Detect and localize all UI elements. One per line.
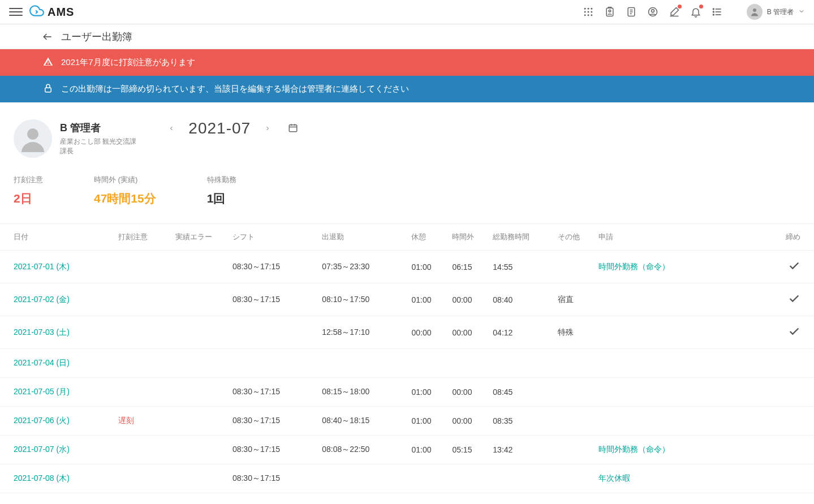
cell-date[interactable]: 2021-07-03 (土) bbox=[14, 328, 70, 337]
svg-point-21 bbox=[713, 8, 714, 10]
svg-point-6 bbox=[584, 14, 585, 16]
cell-shift: 08:30～17:15 bbox=[232, 416, 280, 425]
stat-value: 1回 bbox=[207, 191, 236, 206]
profile-block: B 管理者 産業おこし部 観光交流課 課長 bbox=[14, 119, 136, 158]
alert-warning-text: 2021年7月度に打刻注意があります bbox=[61, 57, 195, 68]
cell-date[interactable]: 2021-07-04 (日) bbox=[14, 358, 70, 367]
col-error: 実績エラー bbox=[171, 224, 228, 251]
svg-point-7 bbox=[587, 14, 589, 16]
page-header: ユーザー出勤簿 bbox=[0, 24, 814, 49]
stat-value: 47時間15分 bbox=[94, 191, 156, 206]
user-menu[interactable]: B 管理者 bbox=[747, 4, 805, 20]
svg-point-0 bbox=[584, 8, 585, 10]
stat-special: 特殊勤務 1回 bbox=[207, 175, 236, 206]
cell-total: 08:40 bbox=[493, 295, 512, 304]
table-row: 2021-07-05 (月)08:30～17:1508:15～18:0001:0… bbox=[0, 378, 814, 407]
user-chip-name: B 管理者 bbox=[767, 7, 794, 17]
profile-dept-line2: 課長 bbox=[60, 147, 136, 156]
cell-inout: 07:35～23:30 bbox=[322, 262, 369, 271]
cell-inout: 08:10～17:50 bbox=[322, 295, 369, 304]
cell-inout: 08:40～18:15 bbox=[322, 416, 369, 425]
col-attention: 打刻注意 bbox=[114, 224, 171, 251]
cell-break: 01:00 bbox=[411, 416, 431, 425]
calendar-icon[interactable] bbox=[288, 123, 298, 135]
cell-application[interactable]: 年次休暇 bbox=[598, 473, 630, 483]
cell-break: 01:00 bbox=[411, 262, 431, 272]
cell-date[interactable]: 2021-07-05 (月) bbox=[14, 387, 70, 396]
month-selector: 2021-07 bbox=[165, 119, 298, 137]
cell-shift: 08:30～17:15 bbox=[232, 295, 280, 304]
profile-name: B 管理者 bbox=[60, 121, 136, 135]
col-date: 日付 bbox=[0, 224, 114, 251]
cell-date[interactable]: 2021-07-02 (金) bbox=[14, 295, 70, 304]
col-shift: シフト bbox=[228, 224, 317, 251]
svg-point-8 bbox=[591, 14, 592, 16]
table-row: 2021-07-02 (金)08:30～17:1508:10～17:5001:0… bbox=[0, 283, 814, 316]
badge-id-icon[interactable] bbox=[604, 6, 615, 18]
back-arrow-icon[interactable] bbox=[42, 31, 53, 42]
cell-application[interactable]: 時間外勤務（命令） bbox=[598, 262, 670, 271]
cell-inout: 08:15～18:00 bbox=[322, 387, 369, 396]
user-circle-icon[interactable] bbox=[647, 6, 658, 18]
stats-row: 打刻注意 2日 時間外 (実績) 47時間15分 特殊勤務 1回 bbox=[0, 169, 814, 223]
cell-date[interactable]: 2021-07-08 (木) bbox=[14, 473, 70, 483]
table-row: 2021-07-01 (木)08:30～17:1507:35～23:3001:0… bbox=[0, 251, 814, 283]
col-application: 申請 bbox=[594, 224, 740, 251]
chevron-down-icon bbox=[798, 7, 805, 16]
table-row: 2021-07-03 (土)12:58～17:1000:0000:0004:12… bbox=[0, 316, 814, 349]
cell-overtime: 05:15 bbox=[452, 445, 472, 454]
month-next-button[interactable] bbox=[261, 122, 274, 135]
stat-label: 特殊勤務 bbox=[207, 175, 236, 185]
document-icon[interactable] bbox=[626, 6, 637, 18]
month-label: 2021-07 bbox=[188, 119, 251, 137]
col-total: 総勤務時間 bbox=[488, 224, 553, 251]
apps-grid-icon[interactable] bbox=[583, 6, 594, 18]
list-icon[interactable] bbox=[712, 6, 723, 18]
month-prev-button[interactable] bbox=[165, 122, 178, 135]
cell-shift: 08:30～17:15 bbox=[232, 262, 280, 271]
col-break: 休憩 bbox=[407, 224, 447, 251]
cell-total: 14:55 bbox=[493, 262, 512, 272]
svg-point-10 bbox=[609, 10, 611, 12]
check-icon bbox=[788, 325, 800, 338]
svg-point-4 bbox=[587, 11, 589, 13]
svg-point-27 bbox=[27, 128, 38, 140]
cell-shift: 08:30～17:15 bbox=[232, 387, 280, 396]
stat-overtime: 時間外 (実績) 47時間15分 bbox=[94, 175, 156, 206]
cloud-icon bbox=[29, 3, 44, 21]
topbar-left: AMS bbox=[9, 3, 74, 21]
table-header-row: 日付 打刻注意 実績エラー シフト 出退勤 休憩 時間外 総勤務時間 その他 申… bbox=[0, 224, 814, 251]
bell-icon[interactable] bbox=[690, 6, 701, 18]
cell-application[interactable]: 時間外勤務（命令） bbox=[598, 445, 670, 454]
svg-point-23 bbox=[713, 14, 714, 15]
brand-logo[interactable]: AMS bbox=[29, 3, 74, 21]
svg-point-1 bbox=[587, 8, 589, 10]
table-row: 2021-07-04 (日) bbox=[0, 349, 814, 378]
brand-name: AMS bbox=[48, 6, 74, 19]
profile-dept-line1: 産業おこし部 観光交流課 bbox=[60, 137, 136, 147]
cell-date[interactable]: 2021-07-06 (火) bbox=[14, 416, 70, 425]
summary-section: B 管理者 産業おこし部 観光交流課 課長 2021-07 bbox=[0, 102, 814, 169]
cell-date[interactable]: 2021-07-07 (水) bbox=[14, 445, 70, 454]
svg-point-24 bbox=[753, 8, 756, 12]
stat-value: 2日 bbox=[14, 191, 43, 206]
lock-icon bbox=[43, 83, 53, 95]
svg-point-5 bbox=[591, 11, 592, 13]
cell-date[interactable]: 2021-07-01 (木) bbox=[14, 262, 70, 271]
hamburger-menu-icon[interactable] bbox=[9, 5, 23, 19]
col-close: 締め bbox=[740, 224, 814, 251]
attendance-table: 日付 打刻注意 実績エラー シフト 出退勤 休憩 時間外 総勤務時間 その他 申… bbox=[0, 223, 814, 493]
svg-rect-28 bbox=[289, 124, 297, 131]
table-row: 2021-07-08 (木)08:30～17:15年次休暇 bbox=[0, 464, 814, 493]
cell-overtime: 06:15 bbox=[452, 262, 472, 272]
svg-point-3 bbox=[584, 11, 585, 13]
topbar-right: B 管理者 bbox=[583, 4, 805, 20]
cell-inout: 12:58～17:10 bbox=[322, 328, 369, 337]
notification-dot bbox=[678, 5, 682, 8]
eraser-icon[interactable] bbox=[669, 6, 680, 18]
cell-break: 00:00 bbox=[411, 328, 431, 337]
check-icon bbox=[788, 292, 800, 305]
cell-break: 01:00 bbox=[411, 295, 431, 304]
stat-attention: 打刻注意 2日 bbox=[14, 175, 43, 206]
alert-warning: 2021年7月度に打刻注意があります bbox=[0, 49, 814, 76]
